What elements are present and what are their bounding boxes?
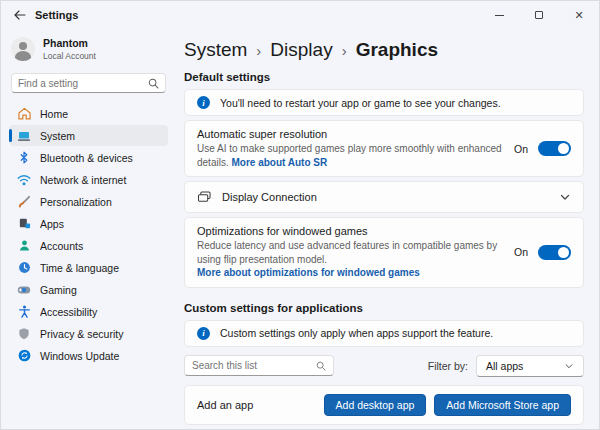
- maximize-button[interactable]: [519, 1, 559, 29]
- find-setting-input[interactable]: [18, 78, 148, 89]
- sidebar: Phantom Local Account Home System Blueto…: [1, 29, 176, 429]
- apps-icon: [17, 217, 31, 231]
- windowed-games-title: Optimizations for windowed games: [197, 225, 502, 237]
- account-type: Local Account: [43, 51, 96, 61]
- windowed-games-card: Optimizations for windowed games Reduce …: [184, 217, 584, 288]
- sidebar-item-privacy[interactable]: Privacy & security: [9, 323, 168, 344]
- info-icon: i: [197, 327, 210, 340]
- sidebar-item-accessibility[interactable]: Accessibility: [9, 301, 168, 322]
- sidebar-item-label: System: [40, 130, 75, 142]
- auto-sr-title: Automatic super resolution: [197, 128, 502, 140]
- page-title: Graphics: [356, 39, 438, 61]
- main-content: System › Display › Graphics Default sett…: [176, 29, 599, 429]
- back-arrow-icon: [14, 10, 26, 20]
- sidebar-item-label: Network & internet: [40, 174, 126, 186]
- display-connection-card[interactable]: Display Connection: [184, 181, 584, 213]
- sidebar-item-network[interactable]: Network & internet: [9, 169, 168, 190]
- banner-text: You'll need to restart your app or game …: [220, 97, 501, 109]
- network-icon: [17, 173, 31, 187]
- breadcrumb-system[interactable]: System: [184, 39, 247, 61]
- sidebar-item-label: Time & language: [40, 262, 119, 274]
- find-setting-searchbox[interactable]: [11, 73, 166, 93]
- search-list-input[interactable]: [192, 360, 316, 371]
- filter-dropdown[interactable]: All apps: [476, 355, 584, 377]
- privacy-shield-icon: [17, 327, 31, 341]
- add-store-app-button[interactable]: Add Microsoft Store app: [434, 394, 571, 416]
- accounts-icon: [17, 239, 31, 253]
- accessibility-icon: [17, 305, 31, 319]
- window-title: Settings: [35, 9, 78, 21]
- banner-text: Custom settings only apply when apps sup…: [220, 327, 493, 339]
- windowed-games-link[interactable]: More about optimizations for windowed ga…: [197, 267, 420, 278]
- filter-by-label: Filter by:: [428, 360, 468, 372]
- windowed-games-toggle-state: On: [514, 246, 528, 258]
- titlebar: Settings ✕: [1, 1, 599, 29]
- close-icon: ✕: [574, 9, 583, 22]
- close-button[interactable]: ✕: [559, 1, 599, 29]
- account-card[interactable]: Phantom Local Account: [9, 33, 168, 71]
- sidebar-item-time-language[interactable]: Time & language: [9, 257, 168, 278]
- auto-sr-toggle-state: On: [514, 143, 528, 155]
- sidebar-item-personalization[interactable]: Personalization: [9, 191, 168, 212]
- auto-sr-link[interactable]: More about Auto SR: [231, 157, 327, 168]
- add-app-label: Add an app: [197, 399, 316, 411]
- auto-sr-card: Automatic super resolution Use AI to mak…: [184, 120, 584, 177]
- sidebar-item-label: Windows Update: [40, 350, 119, 362]
- sidebar-item-label: Accounts: [40, 240, 83, 252]
- search-icon: [148, 78, 159, 89]
- breadcrumb: System › Display › Graphics: [184, 39, 584, 61]
- search-icon: [316, 361, 326, 371]
- minimize-icon: [495, 15, 504, 16]
- sidebar-item-label: Home: [40, 108, 68, 120]
- display-connection-title: Display Connection: [222, 191, 549, 203]
- account-name: Phantom: [43, 37, 96, 50]
- sidebar-item-label: Privacy & security: [40, 328, 123, 340]
- gaming-icon: [17, 283, 31, 297]
- sidebar-item-label: Gaming: [40, 284, 77, 296]
- filter-value: All apps: [486, 360, 523, 372]
- info-icon: i: [197, 96, 210, 109]
- breadcrumb-separator: ›: [256, 42, 261, 59]
- custom-settings-heading: Custom settings for applications: [184, 302, 584, 314]
- restart-info-banner: i You'll need to restart your app or gam…: [184, 89, 584, 116]
- sidebar-item-apps[interactable]: Apps: [9, 213, 168, 234]
- sidebar-item-bluetooth[interactable]: Bluetooth & devices: [9, 147, 168, 168]
- bluetooth-icon: [17, 151, 31, 165]
- chevron-down-icon: [564, 361, 574, 371]
- list-controls: Filter by: All apps: [184, 355, 584, 377]
- home-icon: [17, 107, 31, 121]
- search-list-box[interactable]: [184, 355, 334, 376]
- minimize-button[interactable]: [479, 1, 519, 29]
- sidebar-item-windows-update[interactable]: Windows Update: [9, 345, 168, 366]
- sidebar-item-label: Apps: [40, 218, 64, 230]
- sidebar-item-label: Bluetooth & devices: [40, 152, 133, 164]
- maximize-icon: [535, 11, 543, 19]
- add-desktop-app-button[interactable]: Add desktop app: [324, 394, 427, 416]
- breadcrumb-display[interactable]: Display: [270, 39, 332, 61]
- sidebar-item-accounts[interactable]: Accounts: [9, 235, 168, 256]
- display-connection-icon: [197, 191, 212, 203]
- system-icon: [17, 129, 31, 143]
- sidebar-item-label: Personalization: [40, 196, 112, 208]
- default-settings-heading: Default settings: [184, 71, 584, 83]
- sidebar-item-home[interactable]: Home: [9, 103, 168, 124]
- sidebar-item-label: Accessibility: [40, 306, 97, 318]
- sidebar-item-gaming[interactable]: Gaming: [9, 279, 168, 300]
- custom-settings-info-banner: i Custom settings only apply when apps s…: [184, 320, 584, 347]
- personalization-icon: [17, 195, 31, 209]
- avatar: [11, 37, 35, 61]
- breadcrumb-separator: ›: [342, 42, 347, 59]
- auto-sr-toggle[interactable]: [538, 141, 571, 156]
- back-button[interactable]: [5, 8, 35, 23]
- sidebar-item-system[interactable]: System: [9, 125, 168, 146]
- chevron-down-icon[interactable]: [559, 191, 571, 203]
- time-language-icon: [17, 261, 31, 275]
- windowed-games-description: Reduce latency and use advanced features…: [197, 240, 497, 265]
- settings-window: Settings ✕ Phantom Local Account Home: [0, 0, 600, 430]
- add-app-card: Add an app Add desktop app Add Microsoft…: [184, 385, 584, 425]
- windows-update-icon: [17, 349, 31, 363]
- windowed-games-toggle[interactable]: [538, 245, 571, 260]
